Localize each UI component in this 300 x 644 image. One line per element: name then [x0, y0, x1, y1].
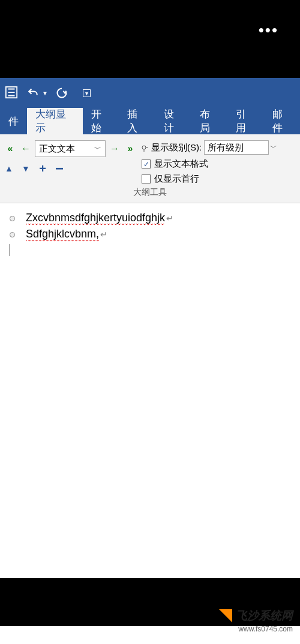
svg-rect-5 [272, 562, 275, 566]
collapse-button[interactable]: − [54, 163, 65, 174]
tab-references[interactable]: 引用 [227, 108, 263, 134]
grid-icon[interactable] [270, 561, 282, 575]
move-down-icon[interactable]: ▼ [20, 163, 31, 174]
tab-mailings[interactable]: 邮件 [264, 108, 300, 134]
tab-file[interactable]: 件 [0, 108, 27, 134]
watermark: 飞沙系统网 www.fs0745.com [219, 608, 293, 633]
launcher-icon[interactable] [142, 144, 149, 151]
text-cursor [10, 244, 10, 256]
show-first-line-label: 仅显示首行 [154, 173, 199, 185]
tab-design[interactable]: 设计 [155, 108, 191, 134]
more-icon[interactable]: ••• [259, 21, 278, 40]
promote-double-icon[interactable]: « [4, 142, 17, 155]
outline-bullet-icon [10, 232, 15, 237]
show-level-label: 显示级别(S): [151, 142, 202, 154]
tab-insert[interactable]: 插入 [119, 108, 155, 134]
title-bar: ▾ ▾ [0, 78, 300, 108]
undo-dropdown-icon[interactable]: ▾ [43, 89, 47, 97]
watermark-text: 飞沙系统网 [236, 608, 293, 624]
chevron-down-icon: ﹀ [94, 144, 101, 154]
show-formatting-checkbox[interactable]: ✓ [142, 160, 151, 168]
status-bar-area: ••• [0, 0, 300, 78]
paragraph-mark-icon: ↵ [166, 213, 173, 223]
watermark-url: www.fs0745.com [219, 625, 293, 633]
tab-layout[interactable]: 布局 [191, 108, 227, 134]
svg-point-1 [142, 146, 146, 149]
move-up-icon[interactable]: ▲ [4, 163, 14, 174]
bottom-icons [243, 561, 282, 575]
svg-rect-7 [272, 568, 275, 571]
outline-bullet-icon [10, 216, 15, 221]
demote-icon[interactable]: → [108, 142, 121, 155]
svg-point-4 [247, 565, 251, 569]
svg-rect-6 [277, 562, 281, 566]
outline-text[interactable]: Zxcvbnmsdfghjkertyuiodfghjk [26, 212, 165, 225]
show-level-select[interactable]: 所有级别 [204, 140, 269, 155]
redo-button[interactable] [53, 84, 71, 102]
outline-item[interactable]: Sdfghjklcvbnm,↵ [10, 228, 294, 242]
ribbon-panel: « ← 正文文本 ﹀ → » ▲ ▼ + − [0, 134, 300, 203]
outline-item[interactable]: Zxcvbnmsdfghjkertyuiodfghjk↵ [10, 212, 294, 225]
svg-rect-8 [277, 568, 281, 571]
tab-outline[interactable]: 大纲显示 [27, 108, 83, 134]
undo-button[interactable] [24, 84, 42, 102]
paragraph-mark-icon: ↵ [100, 230, 107, 239]
show-level-value: 所有级别 [208, 142, 244, 154]
show-formatting-label: 显示文本格式 [154, 158, 208, 170]
outline-text[interactable]: Sdfghjklcvbnm, [26, 228, 99, 242]
ribbon-group-label: 大纲工具 [4, 185, 296, 201]
outline-level-select[interactable]: 正文文本 ﹀ [35, 140, 106, 157]
qat-customize-icon[interactable]: ▾ [83, 89, 91, 97]
tab-home[interactable]: 开始 [83, 108, 119, 134]
expand-button[interactable]: + [37, 163, 48, 174]
chevron-down-icon[interactable]: ﹀ [270, 143, 277, 153]
ribbon-tabs: 件 大纲显示 开始 插入 设计 布局 引用 邮件 [0, 108, 300, 134]
promote-icon[interactable]: ← [19, 142, 32, 155]
show-first-line-checkbox[interactable] [142, 174, 151, 183]
watermark-logo-icon [219, 609, 232, 622]
demote-double-icon[interactable]: » [124, 142, 137, 155]
brightness-icon[interactable] [243, 561, 255, 575]
document-area[interactable]: Zxcvbnmsdfghjkertyuiodfghjk↵ Sdfghjklcvb… [0, 203, 300, 264]
outline-level-value: 正文文本 [39, 143, 75, 155]
app-icon [5, 86, 18, 100]
